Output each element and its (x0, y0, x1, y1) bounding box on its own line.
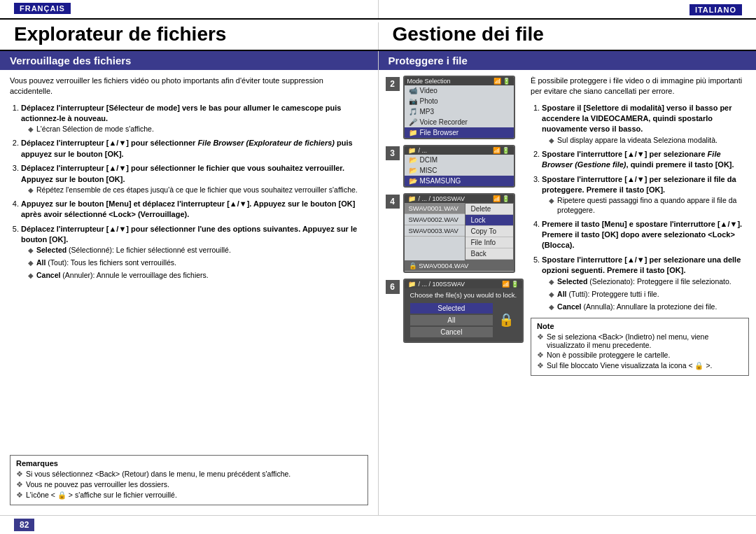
remarque-2: Vous ne pouvez pas verrouiller les dossi… (26, 480, 169, 489)
device-6-path: 📁 / ... / 100SSWAV 📶 🔋 (405, 280, 523, 288)
screen-row-2: 2 Mode Selection 📶 🔋 📹 Video (386, 76, 524, 139)
steps-list-fr: Déplacez l'interrupteur [Sélecteur de mo… (10, 103, 368, 281)
menu-fileinfo: File Info (465, 237, 513, 248)
intro-it: È possibile proteggere i file video o di… (531, 76, 749, 97)
section-header-fr: Verrouillage des fichiers (0, 51, 378, 70)
lang-badge-fr: FRANÇAIS (14, 3, 71, 14)
note-box-it: Note ❖ Se si seleziona <Back> (Indietro)… (531, 318, 749, 376)
title-right: Gestione dei file (379, 22, 757, 50)
note-title-it: Note (537, 322, 743, 330)
screen-row-6: 6 📁 / ... / 100SSWAV 📶 🔋 Choose the file… (386, 279, 524, 343)
device-3-path: 📁 / ... 📶 🔋 (405, 146, 514, 155)
main-title-it: Gestione dei file (393, 24, 743, 45)
remarque-1: Si vous sélectionnez <Back> (Retour) dan… (26, 470, 290, 478)
menu-filebrowser: 📁 File Browser (405, 127, 514, 138)
bullet-fr-1-1: ◆ L'écran Sélection de mode s'affiche. (28, 124, 368, 134)
screen-row-4: 4 📁 / ... / 100SSWAV 📶 🔋 SWAV0001.WAV (386, 193, 524, 273)
step-fr-2: Déplacez l'interrupteur [▲/▼] pour sélec… (21, 138, 368, 160)
bullet-text-fr-1-1: L'écran Sélection de mode s'affiche. (36, 124, 154, 134)
step-it-2: Spostare l'interruttore [▲/▼] per selezi… (542, 149, 749, 171)
lang-badge-it: ITALIANO (690, 4, 742, 15)
menu-popup: Delete Lock Copy To File Info Back (465, 203, 514, 260)
step-fr-3: Déplacez l'interrupteur [▲/▼] pour sélec… (21, 163, 368, 195)
section-header-it: Proteggere i file (379, 51, 757, 70)
device-2-topbar: Mode Selection 📶 🔋 (405, 77, 514, 85)
step-fr-1-text: Déplacez l'interrupteur [Sélecteur de mo… (21, 104, 341, 122)
file-row-1: SWAV0001.WAV (405, 203, 465, 214)
menu-copyto: Copy To (465, 226, 513, 237)
lock-box: Choose the file(s) you would to lock. Se… (405, 288, 523, 342)
device-3: 📁 / ... 📶 🔋 📂 DCIM 📂 MISC (403, 145, 515, 188)
menu-voice: 🎤 Voice Recorder (405, 117, 514, 127)
step-it-3: Spostare l'interruttore [▲/▼] per selezi… (542, 174, 749, 216)
lock-selected[interactable]: Selected (410, 303, 493, 314)
device-4: 📁 / ... / 100SSWAV 📶 🔋 SWAV0001.WAV SWAV… (403, 193, 515, 273)
lock-cancel[interactable]: Cancel (410, 327, 493, 337)
lang-header: FRANÇAIS ITALIANO (0, 0, 756, 20)
main-title-fr: Explorateur de fichiers (14, 24, 364, 45)
device-6: 📁 / ... / 100SSWAV 📶 🔋 Choose the file(s… (403, 279, 524, 343)
step-badge-3: 3 (386, 146, 400, 160)
content-row: Verrouillage des fichiers Vous pouvez ve… (0, 51, 756, 515)
remarques-box: Remarques ❖ Si vous sélectionnez <Back> … (10, 455, 368, 505)
screen-row-3: 3 📁 / ... 📶 🔋 📂 DCIM (386, 145, 524, 188)
step-fr-1: Déplacez l'interrupteur [Sélecteur de mo… (21, 103, 368, 135)
step-fr-5-text: Déplacez l'interrupteur [▲/▼] pour sélec… (21, 225, 357, 244)
lock-all[interactable]: All (410, 315, 493, 325)
menu-photo: 📷 Photo (405, 96, 514, 106)
folder-dcim: 📂 DCIM (405, 155, 514, 165)
step-fr-2-text: Déplacez l'interrupteur [▲/▼] pour sélec… (21, 139, 353, 157)
step-it-5: Spostare l'interruttore [▲/▼] per selezi… (542, 255, 749, 312)
page-number: 82 (14, 519, 34, 531)
folder-misc: 📂 MISC (405, 165, 514, 176)
folder-msamsung: 📂 MSAMSUNG (405, 176, 514, 186)
italian-text-area: È possibile proteggere i file video o di… (526, 76, 756, 508)
note-it-3: Sul file bloccato Viene visualizzata la … (547, 361, 712, 370)
page: FRANÇAIS ITALIANO Explorateur de fichier… (0, 0, 756, 534)
title-left: Explorateur de fichiers (0, 22, 379, 50)
file-row-2: SWAV0002.WAV (405, 214, 465, 225)
col-right-italian: Proteggere i file 2 Mode Selection 📶 🔋 (379, 51, 757, 515)
lang-right: ITALIANO (379, 0, 757, 18)
note-it-2: Non è possibile proteggere le cartelle. (547, 351, 670, 359)
step-fr-5: Déplacez l'interrupteur [▲/▼] pour sélec… (21, 224, 368, 281)
page-footer: 82 (0, 515, 756, 534)
file-bottom: 🔒 SWAV0004.WAV (405, 260, 514, 272)
lock-prompt: Choose the file(s) you would to lock. (410, 291, 517, 299)
section-content-fr: Vous pouvez verrouiller les fichiers vid… (0, 76, 378, 452)
bullet-fr-3-1: ◆ Répétez l'ensemble de ces étapes jusqu… (28, 185, 368, 195)
step-it-1: Spostare il [Selettore di modalità] vers… (542, 103, 749, 146)
menu-delete: Delete (465, 204, 513, 215)
col-left-french: Verrouillage des fichiers Vous pouvez ve… (0, 51, 379, 515)
remarque-3: L'icône < 🔒 > s'affiche sur le fichier v… (26, 491, 177, 500)
menu-lock: Lock (465, 215, 513, 226)
device-4-path: 📁 / ... / 100SSWAV 📶 🔋 (405, 195, 514, 203)
titles-row: Explorateur de fichiers Gestione dei fil… (0, 20, 756, 51)
step-fr-3-text: Déplacez l'interrupteur [▲/▼] pour sélec… (21, 164, 344, 183)
right-inner: 2 Mode Selection 📶 🔋 📹 Video (379, 76, 757, 508)
steps-list-it: Spostare il [Selettore di modalità] vers… (531, 103, 749, 312)
step-badge-2: 2 (386, 77, 400, 91)
step-fr-4: Appuyez sur le bouton [Menu] et déplacez… (21, 199, 368, 220)
bullet-text-fr-3-1: Répétez l'ensemble de ces étapes jusqu'à… (36, 185, 358, 195)
step-badge-6: 6 (386, 280, 400, 294)
step-it-4: Premere il tasto [Menu] e spostare l'int… (542, 219, 749, 251)
step-fr-4-text: Appuyez sur le bouton [Menu] et déplacez… (21, 199, 355, 218)
menu-mp3: 🎵 MP3 (405, 106, 514, 117)
remarques-title: Remarques (16, 459, 362, 468)
menu-back: Back (465, 248, 513, 260)
step-badge-4: 4 (386, 195, 400, 209)
device-2-title: Mode Selection (407, 78, 451, 85)
intro-text-fr: Vous pouvez verrouiller les fichiers vid… (10, 76, 368, 97)
file-row-3: SWAV0003.WAV (405, 225, 465, 237)
menu-video: 📹 Video (405, 85, 514, 96)
note-it-1: Se si seleziona <Back> (Indietro) nel me… (547, 332, 743, 349)
screenshots-area: 2 Mode Selection 📶 🔋 📹 Video (379, 76, 527, 508)
lang-left: FRANÇAIS (0, 0, 379, 18)
device-2: Mode Selection 📶 🔋 📹 Video 📷 Photo (403, 76, 515, 139)
